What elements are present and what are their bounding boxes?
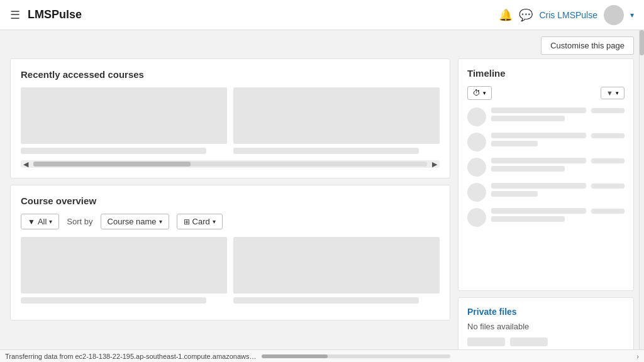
timeline-item: [467, 133, 625, 151]
overview-course-title-skeleton: [21, 297, 206, 304]
hamburger-icon[interactable]: ☰: [10, 8, 20, 22]
timeline-date: [591, 209, 625, 214]
content-area: Recently accessed courses: [0, 58, 644, 362]
customise-button[interactable]: Customise this page: [541, 36, 634, 55]
card-view-label: Card: [192, 217, 210, 226]
header: ☰ LMSPulse 🔔 💬 Cris LMSPulse ▾: [0, 0, 644, 30]
timeline-item: [467, 208, 625, 227]
scroll-track[interactable]: [33, 162, 427, 167]
sort-value-label: Course name: [108, 217, 157, 226]
course-thumbnail: [233, 87, 440, 144]
timeline-line: [491, 216, 565, 222]
timeline-top-bar: ⏱ ▾ ▼ ▾: [467, 86, 625, 100]
timeline-date: [591, 133, 625, 138]
status-text: Transferring data from ec2-18-138-22-195…: [5, 353, 257, 360]
card-view-button[interactable]: ⊞ Card ▾: [177, 214, 223, 229]
scrollbar-thumb: [640, 30, 644, 55]
course-title-skeleton: [21, 148, 206, 154]
timeline-item: [467, 107, 625, 126]
no-files-text: No files available: [467, 322, 625, 331]
bell-icon[interactable]: 🔔: [499, 8, 513, 22]
recent-course-item[interactable]: [233, 87, 440, 154]
timeline-line: [491, 116, 565, 121]
chat-icon[interactable]: 💬: [519, 8, 533, 22]
timeline-item: [467, 183, 625, 202]
timeline-item: [467, 158, 625, 177]
timeline-avatar: [467, 208, 486, 227]
timeline-content: [491, 107, 625, 121]
timeline-line: [491, 208, 586, 214]
timeline-line: [491, 133, 586, 138]
private-files-title: Private files: [467, 307, 625, 317]
timeline-avatar: [467, 158, 486, 177]
overview-course-title-skeleton: [233, 297, 419, 304]
overview-course-item[interactable]: [21, 237, 227, 304]
private-files-actions: [467, 337, 625, 346]
timeline-line: [491, 166, 565, 172]
timeline-avatar: [467, 183, 486, 202]
horizontal-scrollbar[interactable]: ◀ ▶: [21, 160, 440, 168]
private-files-action-skeleton: [467, 337, 505, 346]
recent-course-grid: [21, 87, 440, 154]
card-view-chevron: ▾: [213, 218, 216, 225]
timeline-date: [591, 184, 625, 189]
timeline-line: [491, 141, 538, 146]
recently-accessed-title: Recently accessed courses: [21, 69, 440, 80]
timeline-content: [491, 133, 625, 146]
filter-bar: ▼ All ▾ Sort by Course name ▾ ⊞ Card: [21, 214, 440, 229]
recently-accessed-card: Recently accessed courses: [10, 58, 450, 178]
private-files-action-skeleton: [510, 337, 548, 346]
timeline-content: [491, 158, 625, 172]
timeline-filter-icon: ▼: [606, 89, 613, 97]
overview-course-item[interactable]: [233, 237, 440, 304]
scroll-arrows: ◀ ▶: [21, 160, 440, 168]
timeline-avatar: [467, 107, 486, 126]
app-title: LMSPulse: [28, 8, 82, 21]
timeline-content: [491, 183, 625, 197]
overview-course-thumbnail: [21, 237, 227, 293]
course-title-skeleton: [233, 148, 419, 154]
timeline-items: [467, 107, 625, 227]
filter-label: All: [38, 217, 47, 226]
overview-course-grid: [21, 237, 440, 304]
course-overview-title: Course overview: [21, 195, 440, 206]
status-arrow-icon[interactable]: ›: [636, 353, 639, 360]
course-overview-card: Course overview ▼ All ▾ Sort by Course n…: [10, 185, 450, 321]
private-files-card: Private files No files available: [458, 297, 634, 356]
status-progress-bar: [262, 354, 450, 358]
recent-course-item[interactable]: [21, 87, 227, 154]
timeline-line: [491, 158, 586, 163]
sort-by-label: Sort by: [67, 217, 92, 226]
filter-all-button[interactable]: ▼ All ▾: [21, 214, 59, 229]
timeline-card: Timeline ⏱ ▾ ▼ ▾: [458, 58, 634, 291]
course-thumbnail: [21, 87, 227, 144]
filter-chevron: ▾: [49, 218, 52, 225]
header-left: ☰ LMSPulse: [10, 8, 82, 22]
timeline-date: [591, 158, 625, 163]
page-scrollbar[interactable]: [639, 30, 644, 362]
username-label[interactable]: Cris LMSPulse: [539, 10, 597, 20]
clock-icon: ⏱: [473, 89, 480, 97]
timeline-line: [491, 191, 538, 197]
scroll-left-arrow[interactable]: ◀: [21, 160, 31, 168]
overview-course-thumbnail: [233, 237, 440, 293]
left-column: Recently accessed courses: [10, 58, 450, 356]
timeline-title: Timeline: [467, 68, 625, 79]
sort-chevron-icon: ▾: [159, 218, 162, 225]
chevron-down-icon[interactable]: ▾: [630, 11, 634, 19]
avatar[interactable]: [604, 5, 624, 25]
sort-course-name-button[interactable]: Course name ▾: [101, 214, 169, 229]
timeline-date: [591, 108, 625, 113]
timeline-content: [491, 208, 625, 222]
grid-icon: ⊞: [184, 217, 190, 226]
header-right: 🔔 💬 Cris LMSPulse ▾: [499, 5, 634, 25]
timeline-sort-chevron: ▾: [483, 90, 486, 96]
scroll-right-arrow[interactable]: ▶: [430, 160, 440, 168]
right-column: Timeline ⏱ ▾ ▼ ▾: [458, 58, 634, 356]
timeline-sort-button[interactable]: ⏱ ▾: [467, 86, 492, 100]
filter-icon: ▼: [28, 217, 35, 226]
top-bar: Customise this page: [0, 30, 644, 58]
timeline-filter-button[interactable]: ▼ ▾: [601, 87, 625, 99]
status-bar: Transferring data from ec2-18-138-22-195…: [0, 349, 644, 362]
timeline-line: [491, 183, 586, 189]
